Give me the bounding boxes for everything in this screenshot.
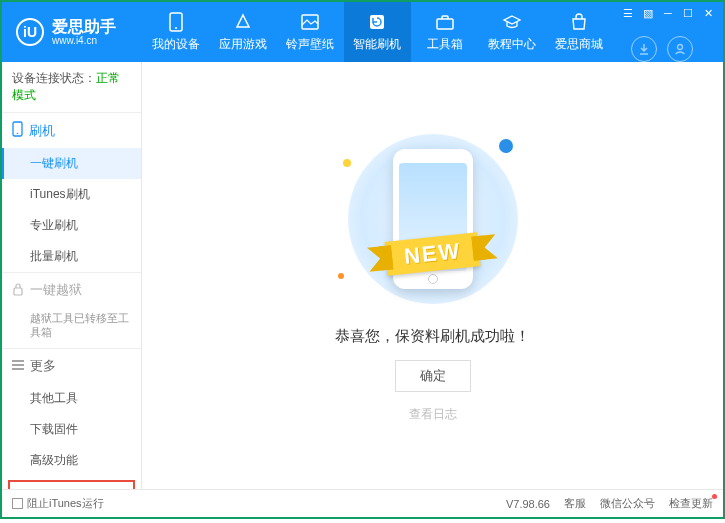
nav-label: 工具箱 bbox=[427, 36, 463, 53]
nav-smart-flash[interactable]: 智能刷机 bbox=[344, 2, 411, 62]
logo-subtitle: www.i4.cn bbox=[52, 35, 116, 46]
deco-dot bbox=[338, 273, 344, 279]
sidebar-item-other-tools[interactable]: 其他工具 bbox=[2, 383, 141, 414]
check-update-link[interactable]: 检查更新 bbox=[669, 496, 713, 511]
phone-icon bbox=[166, 12, 186, 32]
section-jailbreak: 一键越狱 越狱工具已转移至工具箱 bbox=[2, 273, 141, 349]
nav-label: 教程中心 bbox=[488, 36, 536, 53]
nav-apps-games[interactable]: 应用游戏 bbox=[209, 2, 276, 62]
success-illustration: NEW bbox=[333, 129, 533, 309]
sidebar-item-advanced[interactable]: 高级功能 bbox=[2, 445, 141, 476]
section-title: 一键越狱 bbox=[30, 281, 82, 299]
user-icon[interactable] bbox=[667, 36, 693, 62]
deco-dot bbox=[499, 139, 513, 153]
apps-icon bbox=[233, 12, 253, 32]
section-flash: 刷机 一键刷机 iTunes刷机 专业刷机 批量刷机 bbox=[2, 113, 141, 273]
top-nav: 我的设备 应用游戏 铃声壁纸 智能刷机 工具箱 教程中心 bbox=[142, 2, 613, 62]
wallpaper-icon bbox=[300, 12, 320, 32]
svg-point-7 bbox=[17, 133, 19, 135]
refresh-icon bbox=[367, 12, 387, 32]
nav-label: 我的设备 bbox=[152, 36, 200, 53]
sidebar-item-batch-flash[interactable]: 批量刷机 bbox=[2, 241, 141, 272]
nav-tutorials[interactable]: 教程中心 bbox=[478, 2, 545, 62]
options-highlight-box: ✓ 自动激活 ✓ 跳过向导 bbox=[8, 480, 135, 489]
main-content: NEW 恭喜您，保资料刷机成功啦！ 确定 查看日志 bbox=[142, 62, 723, 489]
ok-button[interactable]: 确定 bbox=[395, 360, 471, 392]
logo-title: 爱思助手 bbox=[52, 18, 116, 36]
phone-small-icon bbox=[12, 121, 23, 140]
section-title: 刷机 bbox=[29, 122, 55, 140]
wechat-link[interactable]: 微信公众号 bbox=[600, 496, 655, 511]
svg-rect-4 bbox=[437, 19, 453, 29]
bag-icon bbox=[569, 12, 589, 32]
footer-label: 阻止iTunes运行 bbox=[27, 496, 104, 511]
svg-point-1 bbox=[175, 27, 177, 29]
svg-point-5 bbox=[678, 45, 683, 50]
svg-rect-8 bbox=[14, 288, 22, 295]
footer: 阻止iTunes运行 V7.98.66 客服 微信公众号 检查更新 bbox=[2, 489, 723, 517]
connection-status: 设备连接状态：正常模式 bbox=[2, 62, 141, 113]
nav-store[interactable]: 爱思商城 bbox=[546, 2, 613, 62]
nav-my-device[interactable]: 我的设备 bbox=[142, 2, 209, 62]
nav-label: 智能刷机 bbox=[353, 36, 401, 53]
sidebar-item-download-fw[interactable]: 下载固件 bbox=[2, 414, 141, 445]
checkbox-empty-icon bbox=[12, 498, 23, 509]
section-head-flash[interactable]: 刷机 bbox=[2, 113, 141, 148]
sidebar-item-pro-flash[interactable]: 专业刷机 bbox=[2, 210, 141, 241]
nav-toolbox[interactable]: 工具箱 bbox=[411, 2, 478, 62]
minimize-icon[interactable]: ─ bbox=[661, 6, 675, 20]
body: 设备连接状态：正常模式 刷机 一键刷机 iTunes刷机 专业刷机 批量刷机 一… bbox=[2, 62, 723, 489]
jailbreak-note: 越狱工具已转移至工具箱 bbox=[2, 307, 141, 348]
skin-icon[interactable]: ▧ bbox=[641, 6, 655, 20]
menu-icon[interactable]: ☰ bbox=[621, 6, 635, 20]
sidebar: 设备连接状态：正常模式 刷机 一键刷机 iTunes刷机 专业刷机 批量刷机 一… bbox=[2, 62, 142, 489]
section-title: 更多 bbox=[30, 357, 56, 375]
view-log-link[interactable]: 查看日志 bbox=[409, 406, 457, 423]
window-controls: ☰ ▧ ─ ☐ ✕ bbox=[613, 2, 723, 24]
checkbox-block-itunes[interactable]: 阻止iTunes运行 bbox=[12, 496, 104, 511]
list-icon bbox=[12, 358, 24, 373]
footer-right: V7.98.66 客服 微信公众号 检查更新 bbox=[506, 496, 713, 511]
success-message: 恭喜您，保资料刷机成功啦！ bbox=[335, 327, 530, 346]
app-window: iU 爱思助手 www.i4.cn 我的设备 应用游戏 铃声壁纸 智能刷机 bbox=[0, 0, 725, 519]
logo-icon: iU bbox=[16, 18, 44, 46]
support-link[interactable]: 客服 bbox=[564, 496, 586, 511]
header: iU 爱思助手 www.i4.cn 我的设备 应用游戏 铃声壁纸 智能刷机 bbox=[2, 2, 723, 62]
phone-home-button bbox=[428, 274, 438, 284]
section-head-jailbreak: 一键越狱 bbox=[2, 273, 141, 307]
toolbox-icon bbox=[435, 12, 455, 32]
lock-icon bbox=[12, 282, 24, 299]
deco-dot bbox=[343, 159, 351, 167]
logo-text: 爱思助手 www.i4.cn bbox=[52, 18, 116, 47]
graduation-icon bbox=[502, 12, 522, 32]
logo-block: iU 爱思助手 www.i4.cn bbox=[2, 2, 142, 62]
section-more: 更多 其他工具 下载固件 高级功能 bbox=[2, 349, 141, 476]
sidebar-item-itunes-flash[interactable]: iTunes刷机 bbox=[2, 179, 141, 210]
nav-label: 爱思商城 bbox=[555, 36, 603, 53]
nav-label: 铃声壁纸 bbox=[286, 36, 334, 53]
maximize-icon[interactable]: ☐ bbox=[681, 6, 695, 20]
conn-label: 设备连接状态： bbox=[12, 71, 96, 85]
version-text: V7.98.66 bbox=[506, 498, 550, 510]
nav-label: 应用游戏 bbox=[219, 36, 267, 53]
sidebar-item-oneclick-flash[interactable]: 一键刷机 bbox=[2, 148, 141, 179]
close-icon[interactable]: ✕ bbox=[701, 6, 715, 20]
header-extra bbox=[631, 36, 705, 62]
nav-ringtones[interactable]: 铃声壁纸 bbox=[277, 2, 344, 62]
download-icon[interactable] bbox=[631, 36, 657, 62]
section-head-more[interactable]: 更多 bbox=[2, 349, 141, 383]
